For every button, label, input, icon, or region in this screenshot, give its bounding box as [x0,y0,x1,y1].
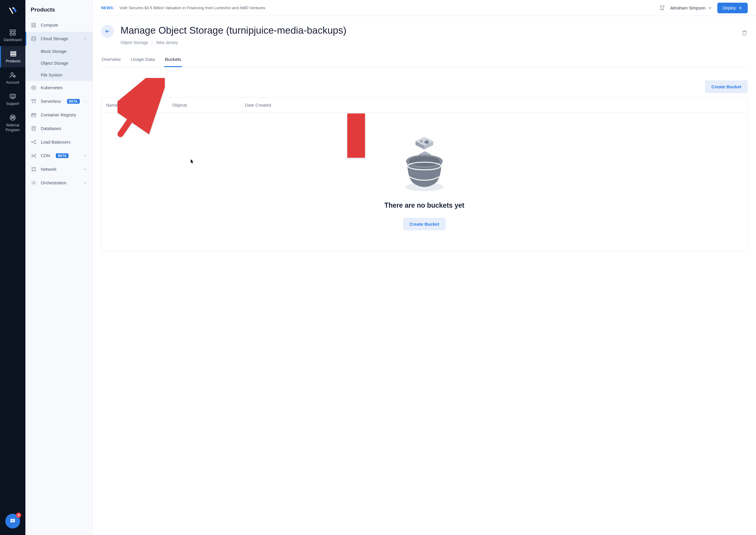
sidebar-item-orchestration[interactable]: Orchestration [25,176,93,190]
column-name: Name [106,102,172,107]
sidebar-item-load-balancers[interactable]: Load Balancers [25,135,93,149]
sidebar-item-cdn[interactable]: CDN BETA [25,149,93,162]
sidebar-title: Products [25,0,93,18]
svg-rect-18 [32,23,33,24]
tab-buckets[interactable]: Buckets [164,57,182,67]
svg-rect-26 [34,99,36,101]
main: NEWS: Vultr Secures $3.5 Billion Valuati… [93,0,756,535]
nav-support[interactable]: Support [0,89,25,110]
page-title: Manage Object Storage (turnipjuice-media… [121,25,735,36]
svg-point-50 [409,156,440,166]
svg-point-45 [661,9,662,10]
svg-point-10 [11,96,12,96]
svg-rect-29 [34,114,35,115]
sidebar-subitem-file-system[interactable]: File System [25,69,93,81]
column-date: Date Created [245,102,743,107]
svg-rect-17 [11,521,13,521]
serverless-icon [31,99,37,104]
svg-point-34 [33,155,34,156]
svg-point-22 [32,37,36,38]
svg-rect-25 [32,99,33,101]
svg-rect-20 [32,26,33,27]
svg-rect-2 [10,33,12,35]
chevron-down-icon [708,6,712,10]
svg-point-43 [33,182,35,184]
svg-point-31 [32,142,33,142]
tabs: Overview Usage Data Buckets [101,57,748,67]
sidebar: Products Compute Cloud Storage Block Sto… [25,0,93,535]
sidebar-item-compute[interactable]: Compute [25,18,93,32]
sidebar-item-label: CDN [41,153,50,158]
svg-rect-44 [660,6,664,7]
svg-point-12 [14,96,14,96]
deploy-button[interactable]: Deploy [717,3,748,13]
news-text[interactable]: Vultr Secures $3.5 Billion Valuation in … [120,6,654,10]
loadbalancer-icon [31,139,37,145]
delete-button[interactable] [741,30,748,36]
storage-icon [31,36,37,42]
deploy-label: Deploy [723,6,736,10]
nav-account[interactable]: Account [0,67,25,89]
sidebar-item-container-registry[interactable]: Container Registry [25,108,93,122]
svg-point-32 [35,140,36,141]
breadcrumb-product[interactable]: Object Storage [121,40,148,45]
chat-button[interactable]: 2 [5,514,20,528]
breadcrumb-location: New Jersey [156,40,178,45]
sidebar-item-label: Kubernetes [41,85,63,90]
empty-state: There are no buckets yet Create Bucket [101,113,747,251]
nav-label: Products [6,59,20,63]
logo[interactable] [7,5,18,16]
svg-rect-4 [11,51,16,53]
tab-overview[interactable]: Overview [101,57,122,67]
content: Manage Object Storage (turnipjuice-media… [93,16,756,535]
svg-marker-23 [32,86,36,90]
sidebar-subitem-block-storage[interactable]: Block Storage [25,45,93,57]
nav-label: Dashboard [4,38,21,42]
user-menu[interactable]: Abraham Simpson [670,6,712,10]
sidebar-subitem-object-storage[interactable]: Object Storage [25,57,93,69]
svg-point-7 [11,73,13,75]
svg-point-40 [35,167,36,168]
nav-products[interactable]: Products [0,46,25,67]
svg-point-13 [10,115,15,120]
tab-usage-data[interactable]: Usage Data [130,57,156,67]
sidebar-item-network[interactable]: Network [25,162,93,176]
svg-rect-0 [10,30,12,32]
breadcrumb-separator: | [151,40,153,45]
svg-rect-21 [34,26,36,27]
back-button[interactable] [101,25,114,38]
nav-referral[interactable]: Referral Program [0,110,25,137]
sidebar-item-serverless[interactable]: Serverless BETA [25,95,93,108]
nav-dashboard[interactable]: Dashboard [0,25,25,46]
empty-title: There are no buckets yet [385,202,465,210]
create-bucket-button-top[interactable]: Create Bucket [705,80,748,93]
sidebar-item-kubernetes[interactable]: Kubernetes [25,81,93,95]
sidebar-item-cloud-storage[interactable]: Cloud Storage [25,32,93,45]
beta-badge: BETA [67,99,80,104]
marketplace-icon[interactable] [659,5,665,11]
sidebar-item-label: Load Balancers [41,140,70,145]
sidebar-item-label: Serverless [41,99,61,104]
svg-point-30 [32,127,36,128]
plus-icon [738,6,742,10]
svg-point-48 [420,140,422,142]
svg-point-39 [32,167,33,168]
nav-label: Support [6,101,19,106]
network-icon [31,166,37,172]
chevron-up-icon [83,37,87,41]
sidebar-item-databases[interactable]: Databases [25,122,93,135]
cdn-icon [31,153,37,159]
svg-point-11 [13,96,13,96]
chat-badge: 2 [16,513,21,518]
sidebar-item-label: Compute [41,23,58,27]
svg-rect-1 [13,30,15,32]
sidebar-item-label: Orchestration [41,181,67,185]
svg-point-41 [32,170,33,171]
create-bucket-button-empty[interactable]: Create Bucket [403,218,446,230]
compute-icon [31,22,37,28]
user-name: Abraham Simpson [670,6,706,10]
sidebar-item-label: Network [41,167,56,172]
svg-point-15 [13,116,14,118]
sidebar-submenu-cloud-storage: Block Storage Object Storage File System [25,45,93,81]
empty-bucket-icon [398,135,451,194]
